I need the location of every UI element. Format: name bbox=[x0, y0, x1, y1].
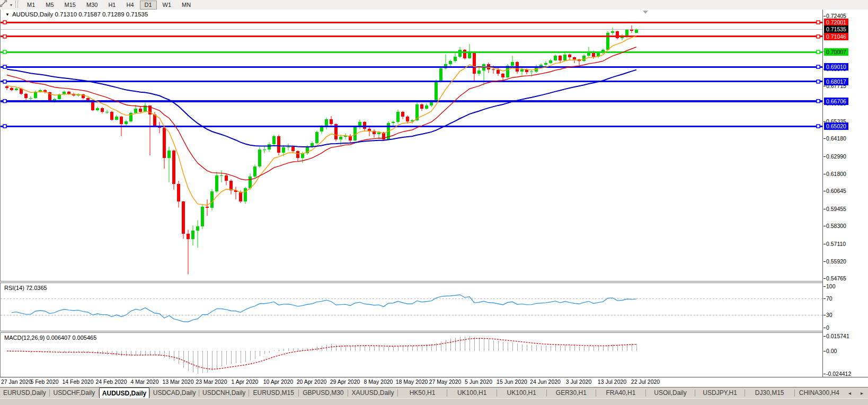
macd-axis-tick: 0.015741 bbox=[826, 333, 849, 340]
chart-tab-bar: EURUSD,DailyUSDCHF,DailyAUDUSD,DailyUSDC… bbox=[0, 387, 868, 398]
timeframe-d1[interactable]: D1 bbox=[140, 1, 157, 10]
date-tick-label: 5 Feb 2020 bbox=[30, 378, 58, 385]
rsi-axis-tick: 100 bbox=[826, 283, 836, 290]
tab-uk100-h1[interactable]: UK100,H1 bbox=[497, 388, 546, 398]
date-tick-label: 14 Feb 2020 bbox=[63, 378, 94, 385]
price-tick: 0.62990 bbox=[826, 153, 846, 160]
tab-fra40-h1[interactable]: FRA40,H1 bbox=[596, 388, 645, 398]
date-tick-label: 20 Apr 2020 bbox=[297, 378, 327, 385]
price-axis: 0.724050.712150.700600.688700.677150.665… bbox=[822, 10, 868, 377]
candlestick-canvas[interactable] bbox=[1, 10, 823, 281]
date-tick-label: 27 May 2020 bbox=[429, 378, 462, 385]
macd-panel[interactable]: MACD(12,26,9) 0.006407 0.005465 bbox=[0, 333, 823, 377]
tab-usdjpy-h1[interactable]: USDJPY,H1 bbox=[695, 388, 745, 398]
timeframe-h1[interactable]: H1 bbox=[103, 1, 120, 10]
price-chart-panel[interactable]: ▼AUDUSD,Daily 0.71310 0.71587 0.71289 0.… bbox=[0, 10, 823, 281]
price-tick: 0.60645 bbox=[826, 188, 846, 195]
time-axis: 27 Jan 20205 Feb 202014 Feb 202024 Feb 2… bbox=[0, 377, 868, 387]
date-tick-label: 13 Jul 2020 bbox=[598, 378, 626, 385]
chevron-down-icon[interactable]: ▾ bbox=[10, 3, 12, 7]
level-price-badge: 0.71046 bbox=[824, 33, 848, 40]
tab-audusd-daily[interactable]: AUDUSD,Daily bbox=[99, 388, 149, 398]
timeframe-m30[interactable]: M30 bbox=[82, 1, 102, 10]
collapse-triangle-icon[interactable]: ▼ bbox=[5, 12, 10, 17]
date-tick-label: 18 May 2020 bbox=[396, 378, 428, 385]
rsi-axis-tick: 30 bbox=[826, 312, 832, 319]
date-tick-label: 4 Mar 2020 bbox=[130, 378, 158, 385]
rsi-panel[interactable]: RSI(14) 72.0365 bbox=[0, 283, 823, 331]
chart-shift-marker-icon[interactable] bbox=[643, 11, 648, 14]
tabs-scroll-left-icon[interactable]: ◂ bbox=[848, 390, 851, 396]
level-price-badge: 0.69010 bbox=[824, 63, 848, 71]
tab-uk100-h1[interactable]: UK100,H1 bbox=[447, 388, 497, 398]
tab-hk50-h1[interactable]: HK50,H1 bbox=[398, 388, 447, 398]
date-tick-label: 23 Mar 2020 bbox=[196, 378, 227, 385]
price-tick: 0.54765 bbox=[826, 275, 846, 282]
rsi-axis-tick: 0 bbox=[826, 324, 829, 331]
toolbar-grip[interactable] bbox=[15, 2, 18, 8]
rsi-axis-tick: 70 bbox=[826, 295, 832, 302]
price-tick: 0.58300 bbox=[826, 223, 846, 230]
timeframe-m5[interactable]: M5 bbox=[41, 1, 58, 10]
date-tick-label: 29 Apr 2020 bbox=[330, 378, 360, 385]
level-price-badge: 0.70007 bbox=[824, 48, 848, 56]
macd-label: MACD(12,26,9) 0.006407 0.005465 bbox=[4, 334, 96, 341]
tab-china300-h4[interactable]: CHINA300,H4 bbox=[795, 388, 844, 398]
tab-scroll-controls: ◂ ▸ bbox=[844, 388, 868, 398]
chart-tabs: EURUSD,DailyUSDCHF,DailyAUDUSD,DailyUSDC… bbox=[0, 388, 844, 398]
rsi-label: RSI(14) 72.0365 bbox=[4, 285, 47, 291]
tab-eurusd-daily[interactable]: EURUSD,Daily bbox=[0, 388, 49, 398]
tab-gbpusd-m30[interactable]: GBPUSD,M30 bbox=[299, 388, 348, 398]
price-tick: 0.61800 bbox=[826, 171, 846, 178]
tab-usoil-daily[interactable]: USOil,Daily bbox=[646, 388, 695, 398]
date-tick-label: 8 May 2020 bbox=[364, 378, 393, 385]
timeframe-m1[interactable]: M1 bbox=[22, 1, 40, 10]
macd-canvas[interactable] bbox=[1, 333, 823, 377]
macd-axis-tick: -0.024412 bbox=[826, 371, 851, 377]
trendline-cursor-glyph bbox=[0, 0, 7, 7]
date-tick-label: 27 Jan 2020 bbox=[1, 378, 32, 385]
price-tick: 0.55920 bbox=[826, 258, 846, 265]
rsi-canvas[interactable] bbox=[1, 283, 823, 331]
mt4-window: ▾ M1M5M15M30H1H4D1W1MN ▼AUDUSD,Daily 0.7… bbox=[0, 0, 868, 405]
level-price-badge: 0.65020 bbox=[824, 122, 848, 130]
tab-ger30-h1[interactable]: GER30,H1 bbox=[547, 388, 596, 398]
current-price-badge: 0.71535 bbox=[824, 25, 848, 33]
chart-symbol-label: AUDUSD,Daily bbox=[12, 11, 53, 17]
level-price-badge: 0.66706 bbox=[824, 98, 848, 105]
chart-title: ▼AUDUSD,Daily 0.71310 0.71587 0.71289 0.… bbox=[5, 11, 148, 17]
timeframe-toolbar: ▾ M1M5M15M30H1H4D1W1MN bbox=[0, 0, 868, 10]
timeframe-w1[interactable]: W1 bbox=[158, 1, 176, 10]
timeframe-h4[interactable]: H4 bbox=[121, 1, 138, 10]
timeframe-m15[interactable]: M15 bbox=[60, 1, 81, 10]
tab-xauusd-daily[interactable]: XAUUSD,Daily bbox=[348, 388, 397, 398]
date-tick-label: 10 Apr 2020 bbox=[263, 378, 294, 385]
chart-ohlc: 0.71310 0.71587 0.71289 0.71535 bbox=[55, 11, 148, 17]
price-tick: 0.57110 bbox=[826, 241, 846, 248]
macd-axis-tick: 0.00 bbox=[826, 348, 837, 355]
timeframe-buttons: M1M5M15M30H1H4D1W1MN bbox=[22, 0, 196, 10]
level-price-badge: 0.72001 bbox=[824, 19, 848, 26]
date-tick-label: 15 Jun 2020 bbox=[497, 378, 527, 385]
date-tick-label: 13 Mar 2020 bbox=[163, 378, 194, 385]
trendline-cursor-icon[interactable] bbox=[2, 1, 10, 8]
date-tick-label: 1 Apr 2020 bbox=[232, 378, 259, 385]
tab-usdchf-daily[interactable]: USDCHF,Daily bbox=[50, 388, 99, 398]
tabs-scroll-right-icon[interactable]: ▸ bbox=[861, 390, 863, 396]
timeframe-mn[interactable]: MN bbox=[177, 1, 196, 10]
date-tick-label: 24 Jun 2020 bbox=[530, 378, 561, 385]
tab-eurusd-m15[interactable]: EURUSD,M15 bbox=[249, 388, 298, 398]
tab-usdcnh-daily[interactable]: USDCNH,Daily bbox=[199, 388, 249, 398]
date-tick-label: 24 Feb 2020 bbox=[96, 378, 127, 385]
date-tick-label: 5 Jun 2020 bbox=[465, 378, 492, 385]
tab-usdcad-daily[interactable]: USDCAD,Daily bbox=[150, 388, 199, 398]
date-tick-label: 3 Jul 2020 bbox=[566, 378, 591, 385]
price-tick: 0.59455 bbox=[826, 206, 846, 213]
date-tick-label: 22 Jul 2020 bbox=[631, 378, 660, 385]
status-strip bbox=[0, 398, 868, 405]
level-price-badge: 0.68017 bbox=[824, 78, 848, 85]
price-tick: 0.64180 bbox=[826, 135, 846, 142]
tab-dj30-m15[interactable]: DJ30,M15 bbox=[745, 388, 794, 398]
